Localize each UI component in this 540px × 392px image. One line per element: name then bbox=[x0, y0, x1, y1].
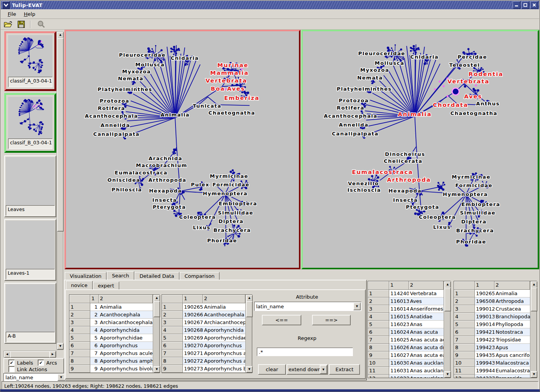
table-row[interactable]: 9116027Anas acuta eat bbox=[368, 351, 444, 359]
table-row[interactable]: 6199421Notostraca bbox=[454, 328, 530, 336]
table-cell[interactable]: Apororhynchus bivoluer bbox=[203, 365, 245, 373]
minimize-button[interactable] bbox=[513, 1, 520, 9]
table-cell[interactable]: 199013 bbox=[475, 313, 494, 321]
table-row[interactable]: 10116030Anas aucklandi bbox=[368, 359, 444, 367]
row-number[interactable]: 2 bbox=[454, 297, 475, 305]
clear-button[interactable]: clear bbox=[258, 364, 286, 375]
sidebar-attribute-select[interactable]: latin_name ▼ bbox=[3, 373, 66, 382]
scroll-down-icon[interactable]: ▼ bbox=[531, 371, 537, 378]
row-number[interactable]: 1 bbox=[454, 290, 475, 297]
table-cell[interactable]: 5 bbox=[90, 334, 99, 342]
row-number[interactable]: 1 bbox=[69, 303, 90, 311]
table-row[interactable]: 66Apororhynchus bbox=[69, 342, 153, 350]
table-row[interactable]: 4116015Anatidae bbox=[368, 313, 444, 321]
tab-expert[interactable]: expert bbox=[93, 282, 119, 289]
table-cell[interactable]: Anseriformes bbox=[409, 305, 444, 313]
open-icon[interactable] bbox=[2, 20, 14, 29]
scroll-up-icon[interactable]: ▲ bbox=[444, 281, 451, 288]
table-cell[interactable]: 190273 bbox=[183, 365, 203, 373]
table-cell[interactable]: Anas aucklandi bbox=[409, 375, 444, 378]
table-cell[interactable]: 2 bbox=[90, 311, 99, 319]
row-number[interactable]: 4 bbox=[368, 313, 389, 321]
row-number[interactable]: 10 bbox=[454, 359, 475, 367]
row-number[interactable]: 3 bbox=[368, 305, 389, 313]
thumbnail-leaves[interactable]: Leaves bbox=[4, 155, 56, 217]
menu-file[interactable]: File bbox=[4, 10, 20, 18]
table-row[interactable]: 9190273Apororhynchus bivoluer bbox=[162, 365, 245, 373]
chevron-down-icon[interactable]: ▼ bbox=[320, 365, 327, 374]
table-row[interactable]: 3199012Crustacea bbox=[454, 305, 530, 313]
table-cell[interactable]: Malacostraca bbox=[494, 359, 530, 367]
table-row[interactable]: 12116033Anas aucklandi bbox=[368, 375, 444, 378]
table-cell[interactable]: Animalia bbox=[203, 303, 245, 311]
extract-button[interactable]: Extract bbox=[329, 364, 360, 375]
table-row[interactable]: 5116023Anas bbox=[368, 321, 444, 328]
table-scrollbar[interactable]: ▲▼ bbox=[530, 281, 537, 378]
column-header[interactable]: 2 bbox=[99, 295, 153, 303]
row-number[interactable]: 2 bbox=[162, 311, 183, 319]
table-cell[interactable]: Apororhynchidae bbox=[203, 334, 245, 342]
table-cell[interactable]: Archiacanthocephala bbox=[99, 319, 153, 326]
search-table-left[interactable]: 1211Animalia22Acanthocephala33Archiacant… bbox=[69, 294, 160, 373]
thumbnail-leaves-1[interactable]: Leaves-1 bbox=[4, 219, 56, 281]
extend-mode-select[interactable]: extend down ▼ bbox=[287, 364, 328, 375]
table-row[interactable]: 1190265Animalia bbox=[454, 290, 530, 297]
table-cell[interactable]: Apus cancriform bbox=[494, 351, 530, 359]
table-cell[interactable]: Anas acuta bbox=[409, 328, 444, 336]
table-cell[interactable]: Apororhynchida bbox=[203, 326, 245, 334]
row-number[interactable]: 9 bbox=[69, 365, 90, 373]
tab-visualization[interactable]: Visualization bbox=[65, 272, 106, 280]
table-cell[interactable]: Animalia bbox=[494, 290, 530, 297]
scrollbar-slider[interactable] bbox=[10, 351, 51, 358]
row-number[interactable]: 3 bbox=[69, 319, 90, 326]
table-cell[interactable]: 116030 bbox=[389, 359, 409, 367]
table-scrollbar[interactable]: ▲▼ bbox=[245, 295, 252, 373]
table-row[interactable]: 77Apororhynchus aculeatu bbox=[69, 350, 153, 357]
arcs-checkbox[interactable]: ✔ Arcs bbox=[38, 360, 57, 366]
scrollbar-slider[interactable] bbox=[154, 301, 160, 317]
row-number[interactable]: 11 bbox=[454, 367, 475, 375]
thumbnail-classif-b[interactable]: classif_B_03-04-16 bbox=[4, 93, 56, 153]
scrollbar-slider[interactable] bbox=[531, 287, 537, 311]
scroll-up-icon[interactable]: ▲ bbox=[57, 32, 64, 38]
table-cell[interactable]: Apororhynchida bbox=[99, 326, 153, 334]
table-cell[interactable]: Apororhynchus bbox=[203, 342, 245, 350]
scroll-left-icon[interactable]: ◀ bbox=[4, 351, 10, 358]
row-number[interactable]: 5 bbox=[162, 334, 183, 342]
table-cell[interactable]: 1 bbox=[90, 303, 99, 311]
table-cell[interactable]: Anas aucklandi bbox=[409, 367, 444, 375]
sidebar-scrollbar[interactable]: ▲ ▼ bbox=[57, 31, 63, 350]
row-number[interactable]: 8 bbox=[454, 344, 475, 351]
move-right-button[interactable]: ==> bbox=[312, 315, 351, 325]
table-row[interactable]: 11199944Eumalacostraca bbox=[454, 367, 530, 375]
table-cell[interactable]: 199943 bbox=[475, 359, 494, 367]
thumbnail-classif-a[interactable]: classif_A_03-04-16 bbox=[4, 31, 56, 91]
column-header[interactable]: 1 bbox=[475, 281, 494, 290]
column-header[interactable] bbox=[69, 295, 90, 303]
table-cell[interactable]: Crustacea bbox=[494, 305, 530, 313]
table-row[interactable]: 11116031Anas aucklandi bbox=[368, 367, 444, 375]
table-row[interactable]: 33Archiacanthocephala bbox=[69, 319, 153, 326]
column-header[interactable]: 1 bbox=[389, 281, 409, 290]
scroll-down-icon[interactable]: ▼ bbox=[444, 371, 451, 378]
table-cell[interactable]: Triopsidae bbox=[494, 336, 530, 344]
table-cell[interactable]: 190269 bbox=[183, 334, 203, 342]
column-header[interactable] bbox=[454, 281, 475, 290]
regexp-input[interactable] bbox=[257, 348, 353, 356]
table-cell[interactable]: Branchiopoda bbox=[494, 313, 530, 321]
table-cell[interactable]: 204337 bbox=[475, 375, 494, 378]
scroll-down-icon[interactable]: ▼ bbox=[154, 366, 160, 373]
row-number[interactable]: 11 bbox=[368, 367, 389, 375]
scroll-right-icon[interactable]: ▶ bbox=[49, 351, 56, 358]
table-cell[interactable]: Notostraca bbox=[494, 328, 530, 336]
scroll-down-icon[interactable]: ▼ bbox=[246, 366, 253, 373]
row-number[interactable]: 4 bbox=[69, 326, 90, 334]
table-cell[interactable]: Arthropoda bbox=[494, 297, 530, 305]
table-scrollbar[interactable]: ▲▼ bbox=[444, 281, 450, 378]
table-cell[interactable]: 116014 bbox=[389, 305, 409, 313]
scrollbar-slider[interactable] bbox=[57, 38, 64, 231]
table-cell[interactable]: Anas aucklandi bbox=[409, 359, 444, 367]
table-cell[interactable]: Peracarida bbox=[494, 375, 530, 378]
move-left-button[interactable]: <== bbox=[262, 315, 301, 325]
table-row[interactable]: 9199435Apus cancriform bbox=[454, 351, 530, 359]
